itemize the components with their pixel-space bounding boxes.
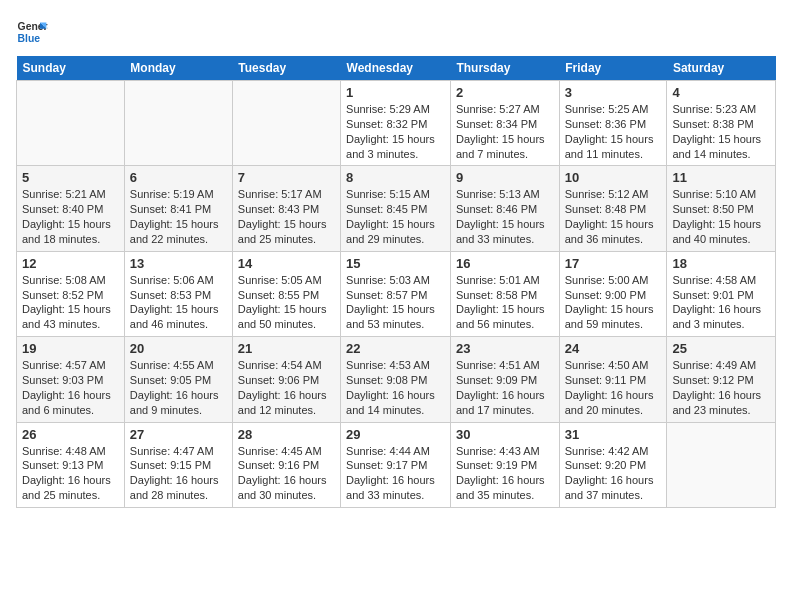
- calendar-cell: 6Sunrise: 5:19 AM Sunset: 8:41 PM Daylig…: [124, 166, 232, 251]
- day-info: Sunrise: 5:13 AM Sunset: 8:46 PM Dayligh…: [456, 187, 554, 246]
- calendar-cell: [667, 422, 776, 507]
- calendar-cell: 5Sunrise: 5:21 AM Sunset: 8:40 PM Daylig…: [17, 166, 125, 251]
- weekday-header-wednesday: Wednesday: [341, 56, 451, 81]
- calendar-cell: [17, 81, 125, 166]
- day-number: 2: [456, 85, 554, 100]
- weekday-header-monday: Monday: [124, 56, 232, 81]
- calendar-week-row: 26Sunrise: 4:48 AM Sunset: 9:13 PM Dayli…: [17, 422, 776, 507]
- calendar-header: SundayMondayTuesdayWednesdayThursdayFrid…: [17, 56, 776, 81]
- weekday-header-friday: Friday: [559, 56, 667, 81]
- day-info: Sunrise: 4:57 AM Sunset: 9:03 PM Dayligh…: [22, 358, 119, 417]
- day-info: Sunrise: 5:23 AM Sunset: 8:38 PM Dayligh…: [672, 102, 770, 161]
- calendar-week-row: 1Sunrise: 5:29 AM Sunset: 8:32 PM Daylig…: [17, 81, 776, 166]
- day-number: 6: [130, 170, 227, 185]
- day-info: Sunrise: 5:19 AM Sunset: 8:41 PM Dayligh…: [130, 187, 227, 246]
- day-info: Sunrise: 5:25 AM Sunset: 8:36 PM Dayligh…: [565, 102, 662, 161]
- calendar-cell: 4Sunrise: 5:23 AM Sunset: 8:38 PM Daylig…: [667, 81, 776, 166]
- weekday-header-sunday: Sunday: [17, 56, 125, 81]
- calendar-cell: 23Sunrise: 4:51 AM Sunset: 9:09 PM Dayli…: [450, 337, 559, 422]
- day-number: 25: [672, 341, 770, 356]
- calendar-cell: [124, 81, 232, 166]
- calendar-table: SundayMondayTuesdayWednesdayThursdayFrid…: [16, 56, 776, 508]
- calendar-cell: 26Sunrise: 4:48 AM Sunset: 9:13 PM Dayli…: [17, 422, 125, 507]
- day-number: 1: [346, 85, 445, 100]
- day-number: 19: [22, 341, 119, 356]
- calendar-cell: 27Sunrise: 4:47 AM Sunset: 9:15 PM Dayli…: [124, 422, 232, 507]
- day-info: Sunrise: 4:47 AM Sunset: 9:15 PM Dayligh…: [130, 444, 227, 503]
- calendar-cell: 31Sunrise: 4:42 AM Sunset: 9:20 PM Dayli…: [559, 422, 667, 507]
- day-number: 15: [346, 256, 445, 271]
- page-header: General Blue: [16, 16, 776, 48]
- calendar-cell: 8Sunrise: 5:15 AM Sunset: 8:45 PM Daylig…: [341, 166, 451, 251]
- day-number: 20: [130, 341, 227, 356]
- calendar-cell: 2Sunrise: 5:27 AM Sunset: 8:34 PM Daylig…: [450, 81, 559, 166]
- day-number: 18: [672, 256, 770, 271]
- calendar-cell: 14Sunrise: 5:05 AM Sunset: 8:55 PM Dayli…: [232, 251, 340, 336]
- day-info: Sunrise: 5:12 AM Sunset: 8:48 PM Dayligh…: [565, 187, 662, 246]
- day-number: 9: [456, 170, 554, 185]
- day-number: 29: [346, 427, 445, 442]
- calendar-cell: 9Sunrise: 5:13 AM Sunset: 8:46 PM Daylig…: [450, 166, 559, 251]
- day-number: 31: [565, 427, 662, 442]
- day-number: 27: [130, 427, 227, 442]
- day-info: Sunrise: 5:05 AM Sunset: 8:55 PM Dayligh…: [238, 273, 335, 332]
- day-info: Sunrise: 4:55 AM Sunset: 9:05 PM Dayligh…: [130, 358, 227, 417]
- day-info: Sunrise: 4:51 AM Sunset: 9:09 PM Dayligh…: [456, 358, 554, 417]
- day-number: 13: [130, 256, 227, 271]
- calendar-cell: 25Sunrise: 4:49 AM Sunset: 9:12 PM Dayli…: [667, 337, 776, 422]
- calendar-week-row: 5Sunrise: 5:21 AM Sunset: 8:40 PM Daylig…: [17, 166, 776, 251]
- day-info: Sunrise: 5:29 AM Sunset: 8:32 PM Dayligh…: [346, 102, 445, 161]
- calendar-cell: 24Sunrise: 4:50 AM Sunset: 9:11 PM Dayli…: [559, 337, 667, 422]
- day-number: 14: [238, 256, 335, 271]
- calendar-cell: 21Sunrise: 4:54 AM Sunset: 9:06 PM Dayli…: [232, 337, 340, 422]
- day-number: 3: [565, 85, 662, 100]
- calendar-cell: 28Sunrise: 4:45 AM Sunset: 9:16 PM Dayli…: [232, 422, 340, 507]
- weekday-header-row: SundayMondayTuesdayWednesdayThursdayFrid…: [17, 56, 776, 81]
- day-info: Sunrise: 5:06 AM Sunset: 8:53 PM Dayligh…: [130, 273, 227, 332]
- weekday-header-thursday: Thursday: [450, 56, 559, 81]
- day-number: 17: [565, 256, 662, 271]
- calendar-cell: 11Sunrise: 5:10 AM Sunset: 8:50 PM Dayli…: [667, 166, 776, 251]
- calendar-cell: 18Sunrise: 4:58 AM Sunset: 9:01 PM Dayli…: [667, 251, 776, 336]
- calendar-cell: 13Sunrise: 5:06 AM Sunset: 8:53 PM Dayli…: [124, 251, 232, 336]
- day-info: Sunrise: 4:43 AM Sunset: 9:19 PM Dayligh…: [456, 444, 554, 503]
- day-info: Sunrise: 4:54 AM Sunset: 9:06 PM Dayligh…: [238, 358, 335, 417]
- day-info: Sunrise: 4:45 AM Sunset: 9:16 PM Dayligh…: [238, 444, 335, 503]
- calendar-cell: 10Sunrise: 5:12 AM Sunset: 8:48 PM Dayli…: [559, 166, 667, 251]
- weekday-header-tuesday: Tuesday: [232, 56, 340, 81]
- day-info: Sunrise: 5:03 AM Sunset: 8:57 PM Dayligh…: [346, 273, 445, 332]
- day-number: 21: [238, 341, 335, 356]
- svg-text:Blue: Blue: [18, 33, 41, 44]
- day-info: Sunrise: 4:48 AM Sunset: 9:13 PM Dayligh…: [22, 444, 119, 503]
- day-info: Sunrise: 4:53 AM Sunset: 9:08 PM Dayligh…: [346, 358, 445, 417]
- weekday-header-saturday: Saturday: [667, 56, 776, 81]
- day-number: 23: [456, 341, 554, 356]
- day-number: 11: [672, 170, 770, 185]
- calendar-cell: 7Sunrise: 5:17 AM Sunset: 8:43 PM Daylig…: [232, 166, 340, 251]
- day-info: Sunrise: 4:44 AM Sunset: 9:17 PM Dayligh…: [346, 444, 445, 503]
- day-info: Sunrise: 5:10 AM Sunset: 8:50 PM Dayligh…: [672, 187, 770, 246]
- calendar-cell: 19Sunrise: 4:57 AM Sunset: 9:03 PM Dayli…: [17, 337, 125, 422]
- day-number: 5: [22, 170, 119, 185]
- calendar-body: 1Sunrise: 5:29 AM Sunset: 8:32 PM Daylig…: [17, 81, 776, 508]
- day-info: Sunrise: 4:49 AM Sunset: 9:12 PM Dayligh…: [672, 358, 770, 417]
- day-number: 8: [346, 170, 445, 185]
- calendar-cell: 15Sunrise: 5:03 AM Sunset: 8:57 PM Dayli…: [341, 251, 451, 336]
- calendar-cell: 1Sunrise: 5:29 AM Sunset: 8:32 PM Daylig…: [341, 81, 451, 166]
- day-info: Sunrise: 5:15 AM Sunset: 8:45 PM Dayligh…: [346, 187, 445, 246]
- calendar-cell: 17Sunrise: 5:00 AM Sunset: 9:00 PM Dayli…: [559, 251, 667, 336]
- logo-icon: General Blue: [16, 16, 48, 48]
- calendar-cell: 30Sunrise: 4:43 AM Sunset: 9:19 PM Dayli…: [450, 422, 559, 507]
- calendar-cell: 22Sunrise: 4:53 AM Sunset: 9:08 PM Dayli…: [341, 337, 451, 422]
- day-number: 16: [456, 256, 554, 271]
- day-info: Sunrise: 5:21 AM Sunset: 8:40 PM Dayligh…: [22, 187, 119, 246]
- calendar-cell: 12Sunrise: 5:08 AM Sunset: 8:52 PM Dayli…: [17, 251, 125, 336]
- day-number: 30: [456, 427, 554, 442]
- day-info: Sunrise: 5:27 AM Sunset: 8:34 PM Dayligh…: [456, 102, 554, 161]
- day-number: 26: [22, 427, 119, 442]
- day-info: Sunrise: 5:17 AM Sunset: 8:43 PM Dayligh…: [238, 187, 335, 246]
- calendar-cell: 3Sunrise: 5:25 AM Sunset: 8:36 PM Daylig…: [559, 81, 667, 166]
- calendar-week-row: 19Sunrise: 4:57 AM Sunset: 9:03 PM Dayli…: [17, 337, 776, 422]
- day-number: 12: [22, 256, 119, 271]
- logo: General Blue: [16, 16, 48, 48]
